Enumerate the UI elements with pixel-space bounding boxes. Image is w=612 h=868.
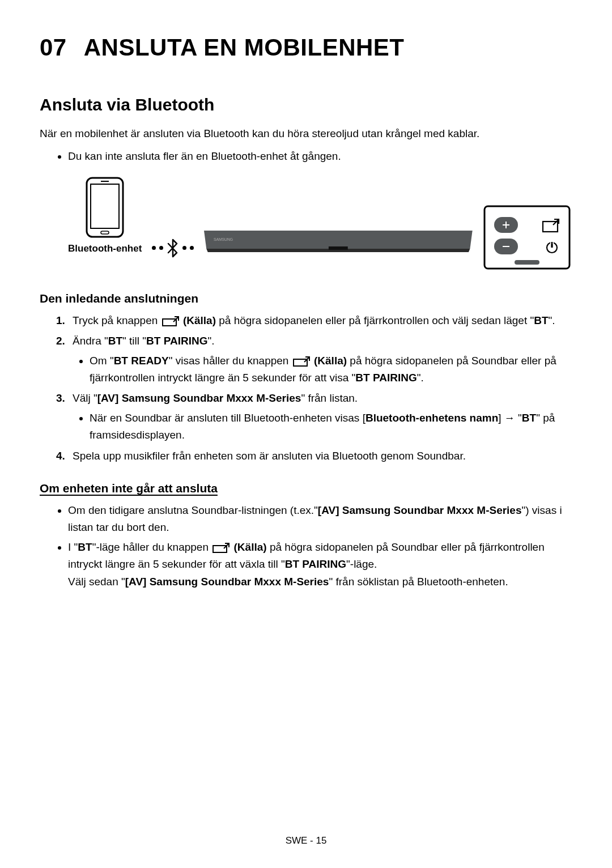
trouble-item-2: I "BT"-läge håller du knappen (Källa) på… xyxy=(68,539,572,590)
svg-rect-20 xyxy=(515,260,539,265)
step-3-sub: När en Soundbar är ansluten till Bluetoo… xyxy=(73,410,572,444)
svg-rect-21 xyxy=(163,319,176,326)
intro-text: När en mobilenhet är ansluten via Blueto… xyxy=(40,126,572,142)
chapter-title: 07ANSLUTA EN MOBILENHET xyxy=(40,34,572,61)
bluetooth-signal xyxy=(152,239,194,258)
control-panel-icon xyxy=(482,203,572,271)
svg-rect-3 xyxy=(101,231,109,234)
step-1: Tryck på knappen (Källa) på högra sidopa… xyxy=(68,312,572,329)
source-icon xyxy=(212,543,230,553)
svg-rect-6 xyxy=(329,246,348,250)
svg-rect-8 xyxy=(484,206,570,269)
intro-bullet-list: Du kan inte ansluta fler än en Bluetooth… xyxy=(40,148,572,165)
trouble-item-1: Om den tidigare anslutna Soundbar-listni… xyxy=(68,502,572,537)
chapter-number: 07 xyxy=(40,34,67,61)
troubleshoot-list: Om den tidigare anslutna Soundbar-listni… xyxy=(40,502,572,590)
step-2: Ändra "BT" till "BT PAIRING". Om "BT REA… xyxy=(68,333,572,386)
step-4: Spela upp musikfiler från enheten som är… xyxy=(68,448,572,465)
connection-diagram: Bluetooth-enhet SAMSUNG xyxy=(68,176,572,275)
step-2-sub-item: Om "BT READY" visas håller du knappen (K… xyxy=(90,352,572,387)
initial-steps: Tryck på knappen (Källa) på högra sidopa… xyxy=(40,312,572,465)
phone-label: Bluetooth-enhet xyxy=(68,243,142,254)
phone-icon xyxy=(85,176,125,239)
initial-connection-title: Den inledande anslutningen xyxy=(40,292,572,305)
intro-bullet: Du kan inte ansluta fler än en Bluetooth… xyxy=(68,148,572,165)
source-icon xyxy=(162,316,179,326)
phone-block: Bluetooth-enhet xyxy=(68,176,142,275)
step-3-sub-item: När en Soundbar är ansluten till Bluetoo… xyxy=(90,410,572,444)
troubleshoot-title: Om enheten inte går att ansluta xyxy=(40,482,572,495)
svg-rect-1 xyxy=(91,184,119,228)
svg-rect-24 xyxy=(294,359,307,366)
source-icon xyxy=(293,356,310,367)
section-title: Ansluta via Bluetooth xyxy=(40,95,572,114)
svg-marker-4 xyxy=(204,231,473,249)
page-footer: SWE - 15 xyxy=(0,835,612,846)
step-2-sub: Om "BT READY" visas håller du knappen (K… xyxy=(73,352,572,387)
step-3: Välj "[AV] Samsung Soundbar Mxxx M-Serie… xyxy=(68,390,572,444)
control-panel-block xyxy=(482,203,572,274)
soundbar-icon: SAMSUNG xyxy=(204,226,473,254)
soundbar-block: SAMSUNG xyxy=(204,226,473,254)
svg-rect-27 xyxy=(213,546,227,552)
chapter-title-text: ANSLUTA EN MOBILENHET xyxy=(84,34,405,61)
svg-text:SAMSUNG: SAMSUNG xyxy=(214,236,233,242)
bluetooth-icon xyxy=(167,239,179,258)
